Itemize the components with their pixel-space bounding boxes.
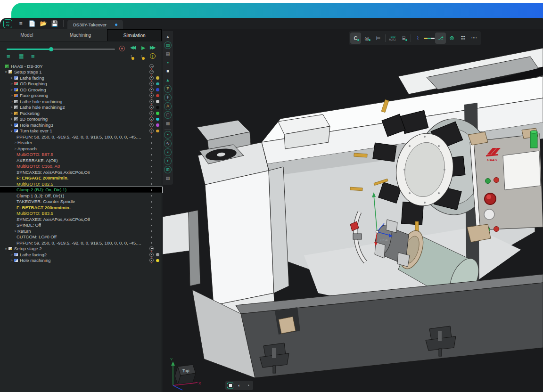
play-button[interactable]: ▶ [141,45,145,51]
visibility-toggle-icon[interactable] [149,70,154,74]
visibility-toggle-icon[interactable] [149,76,154,80]
visibility-toggle-icon[interactable] [149,64,154,68]
visibility-toggle-icon[interactable] [149,88,154,92]
app-logo[interactable]: en cy [3,19,12,28]
caret-closed-icon[interactable]: > [13,141,17,144]
caret-closed-icon[interactable]: > [9,94,14,97]
visibility-toggle-icon[interactable] [149,123,154,127]
visibility-toggle-icon[interactable] [149,105,154,109]
tree-row[interactable]: CUTCOM: LC#0 Off [0,234,162,240]
tree-row[interactable]: >Pocketing [0,110,162,116]
tree-row[interactable]: PPFUN: 58, 250, 0, -919.5, -92, 0, 0, 91… [0,134,162,140]
open-folder-icon[interactable]: 📂 [39,19,48,28]
machine-sim-icon[interactable]: C [350,33,361,44]
tree-row[interactable]: >Header [0,140,162,146]
caret-closed-icon[interactable]: > [9,253,14,256]
grouped-list-icon[interactable]: ≡ [31,53,35,60]
tree-row[interactable]: >OD Roughing [0,81,162,87]
tab-model[interactable]: Model [0,29,54,41]
tree-row[interactable]: SPINDL: Off [0,222,162,229]
prev-issue-icon[interactable]: ↑ [130,54,132,59]
machine-housing-dim-icon[interactable]: ▤ [164,49,172,58]
tree-row[interactable]: SYNCAXES: AxisAPos,AxisCPos,Off [0,216,162,222]
tree-row[interactable]: HAAS - DS-30Y [0,63,162,69]
caret-closed-icon[interactable]: > [9,259,14,262]
simulation-viewport[interactable]: CS4 HAAS [163,29,543,392]
tree-row[interactable]: ∨Setup stage 1 [0,69,162,75]
apps-grid-icon[interactable]: ∷∷ [469,33,480,44]
stock-solid-icon[interactable]: ▲ [164,76,172,85]
grid-view-icon[interactable]: ⊞ [164,165,172,174]
tree-row[interactable]: AXESBRAKE: A(Off) [0,157,162,163]
indented-list-icon[interactable]: ≣ [19,53,24,60]
rewind-button[interactable]: ◀◀ [130,45,134,50]
toolpath-wave-icon[interactable]: ∿ [164,139,172,148]
tab-simulation[interactable]: Simulation [107,29,162,41]
tree-row[interactable]: ∨Setup stage 2 [0,246,162,252]
caret-closed-icon[interactable]: > [9,82,14,85]
view-cube[interactable]: Y X Top [166,355,203,392]
tree-row[interactable]: SYNCAXES: AxisAPos,AxisCPos,On [0,169,162,175]
caret-closed-icon[interactable]: > [9,106,14,109]
camera-icon[interactable]: ▤ [164,174,172,183]
save-icon[interactable]: 💾 [50,19,59,28]
tree-row[interactable]: ∨Turn take over 1 [0,128,162,134]
visibility-toggle-icon[interactable] [149,117,154,121]
tree-row[interactable]: F: RETRACT 200mm/min. [0,204,162,211]
tree-row[interactable]: MultiGOTO: C360, A0 [0,163,162,170]
fast-forward-button[interactable]: ▶▶ [150,45,154,50]
document-tab[interactable]: DS30Y-Takeover [67,20,123,29]
tree-row[interactable]: >Face grooving [0,93,162,99]
tree-row[interactable]: TAKEOVER: Counter Spindle [0,199,162,205]
caret-open-icon[interactable]: ∨ [4,247,8,251]
signal-graph-icon[interactable]: ⌇ [412,33,423,44]
tab-machining[interactable]: Machining [54,29,107,41]
visibility-toggle-icon[interactable] [149,129,154,133]
tree-row[interactable]: Clamp 1 (LJ): Off, Dir(1) [0,193,162,199]
stop-record-button[interactable] [119,46,125,51]
section-hatch-icon[interactable]: ▩ [164,119,172,128]
visibility-toggle-icon[interactable] [149,82,154,86]
measure-caliper-icon[interactable]: ⊨ [373,33,384,44]
tree-row[interactable]: >Approach [0,146,162,152]
workpiece-icon[interactable]: ■ [164,67,172,76]
caret-closed-icon[interactable]: > [9,112,14,115]
collapse-chevron-icon[interactable]: ▴ [164,32,172,41]
visibility-toggle-icon[interactable] [149,258,154,262]
material-view-icon[interactable]: ◗ [164,156,172,165]
caret-closed-icon[interactable]: > [9,88,14,91]
tool-icon[interactable]: Ŧ [164,84,172,93]
spin-view-icon[interactable]: ◔ [245,383,251,389]
tree-row[interactable]: Clamp 2 (RJ): On, Dir(-1) [0,187,162,193]
caret-open-icon[interactable]: ∨ [9,129,14,133]
holder-icon[interactable]: ǂ [164,93,172,102]
fit-view-icon[interactable] [227,383,233,389]
tree-row[interactable]: >Lathe facing [0,75,162,81]
slider-thumb[interactable] [49,47,53,51]
enclosure-icon[interactable]: □ [164,111,172,120]
tree-row[interactable]: F: ENGAGE 200mm/min. [0,175,162,181]
flat-list-icon[interactable]: ≡ [7,53,10,60]
visibility-toggle-icon[interactable] [149,253,154,257]
tree-row[interactable]: >Lathe facing2 [0,252,162,258]
point-icon[interactable]: • [164,131,172,139]
visibility-toggle-icon[interactable] [149,99,154,104]
tree-row[interactable]: >Return [0,228,162,234]
solid-view-icon[interactable]: ◖ [164,148,172,157]
caret-closed-icon[interactable]: > [13,229,17,233]
next-issue-icon[interactable]: ↑ [140,54,143,59]
machine-housing-icon[interactable]: ▤ [164,41,172,50]
warning-icon[interactable]: ! [150,53,156,59]
position-readout-icon[interactable]: +100M2T2 [387,33,398,44]
calculator-icon[interactable]: ⌸ [398,33,409,44]
stock-layers-icon[interactable] [424,33,435,44]
caret-closed-icon[interactable]: > [9,117,14,121]
focus-target-icon[interactable]: ⭙ [446,33,457,44]
axes-letter-icon[interactable]: A [164,102,172,111]
inspect-lens-icon[interactable]: ◎ [362,33,372,44]
tree-row[interactable]: MultiGOTO: B87.5 [0,152,162,158]
visibility-toggle-icon[interactable] [149,93,154,98]
tree-row[interactable]: >Lathe hole machining [0,98,162,105]
tree-row[interactable]: MultiGOTO: B83.5 [0,211,162,217]
menu-icon[interactable]: ≡ [16,19,25,28]
